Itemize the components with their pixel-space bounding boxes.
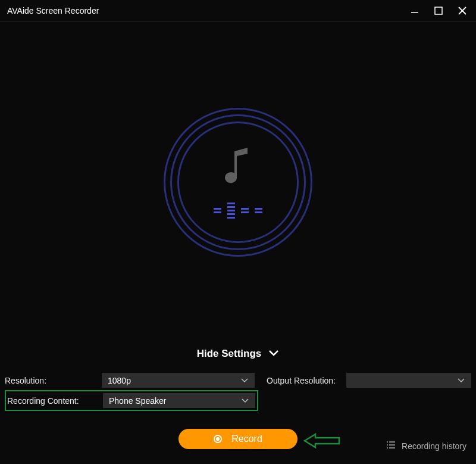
- window-title: AVAide Screen Recorder: [7, 6, 99, 15]
- annotation-arrow-icon: [303, 432, 343, 452]
- hide-settings-label: Hide Settings: [197, 348, 262, 360]
- output-resolution-select[interactable]: [346, 373, 471, 388]
- output-resolution-label: Output Resolution:: [267, 376, 336, 385]
- resolution-value: 1080p: [108, 376, 131, 385]
- chevron-down-icon: [268, 348, 279, 360]
- resolution-label: Resolution:: [5, 376, 90, 385]
- chevron-down-icon: [457, 376, 465, 385]
- recording-content-highlight: Recording Content: Phone Speaker: [5, 390, 258, 411]
- recording-content-select[interactable]: Phone Speaker: [103, 393, 255, 408]
- chevron-down-icon: [240, 376, 249, 385]
- svg-marker-4: [305, 434, 339, 447]
- titlebar: AVAide Screen Recorder: [0, 0, 476, 21]
- recording-history-link[interactable]: Recording history: [386, 441, 466, 451]
- minimize-icon[interactable]: [408, 4, 421, 17]
- settings-panel: Resolution: 1080p Output Resolution: Rec…: [0, 370, 476, 411]
- record-button[interactable]: Record: [178, 429, 298, 449]
- record-icon: [214, 435, 222, 443]
- recording-content-value: Phone Speaker: [109, 396, 167, 406]
- close-icon[interactable]: [456, 4, 469, 17]
- maximize-icon[interactable]: [432, 4, 445, 17]
- chevron-down-icon: [241, 396, 249, 406]
- svg-rect-1: [435, 7, 442, 14]
- recording-history-label: Recording history: [402, 441, 466, 451]
- list-icon: [386, 441, 396, 451]
- hide-settings-toggle[interactable]: Hide Settings: [0, 343, 476, 370]
- record-label: Record: [231, 434, 262, 444]
- window-controls: [408, 4, 469, 17]
- audio-visualizer: [164, 108, 312, 257]
- recording-content-label: Recording Content:: [6, 396, 91, 406]
- main-area: [0, 21, 476, 343]
- resolution-select[interactable]: 1080p: [102, 373, 255, 388]
